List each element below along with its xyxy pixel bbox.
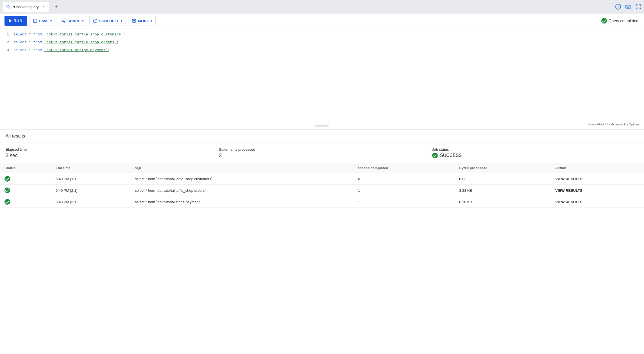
new-tab-button[interactable]: + — [52, 2, 61, 11]
save-chevron: ▾ — [50, 19, 52, 22]
view-results-link-1[interactable]: VIEW RESULTS — [555, 188, 582, 193]
statements-stat: Statements processed 3 — [212, 147, 425, 159]
col-status: Status — [0, 163, 51, 173]
col-end-time: End time — [51, 163, 130, 173]
job-label: Job status — [432, 147, 632, 152]
cell-end-time-2: 6:49 PM [3:1] — [51, 196, 130, 208]
stats-row: Elapsed time 2 sec Statements processed … — [0, 143, 644, 163]
job-success-icon — [432, 153, 438, 158]
fullscreen-icon[interactable] — [635, 3, 642, 10]
cell-stages-1: 1 — [353, 185, 455, 196]
cell-end-time-1: 6:49 PM [2:1] — [51, 185, 130, 196]
table-header: Status End time SQL Stages completed Byt… — [0, 163, 644, 173]
cell-status-2 — [0, 196, 51, 208]
toolbar-right: Query completed. — [601, 18, 640, 24]
tab-bar-actions — [615, 3, 642, 10]
schedule-button[interactable]: SCHEDULE ▾ — [89, 16, 126, 26]
schedule-icon — [93, 19, 97, 23]
results-section: All results Elapsed time 2 sec Statement… — [0, 130, 644, 208]
keyword-select-3: select — [13, 48, 27, 52]
code-line-1: 1 select * from `dbt-tutorial.jaffle_sho… — [0, 31, 644, 39]
results-header: All results — [0, 130, 644, 143]
query-complete-text: Query completed. — [609, 19, 640, 23]
tab-close-button[interactable]: × — [41, 4, 46, 9]
info-icon[interactable] — [615, 3, 622, 10]
cell-status-0 — [0, 173, 51, 185]
editor-scroll-handle[interactable] — [315, 125, 329, 127]
view-results-link-2[interactable]: VIEW RESULTS — [555, 200, 582, 204]
cell-bytes-0: 0 B — [455, 173, 551, 185]
table-name-2: `dbt-tutorial.jaffle_shop.orders` — [44, 40, 116, 44]
run-label: RUN — [13, 19, 22, 23]
play-icon — [9, 19, 12, 22]
keyword-select-1: select — [13, 32, 27, 37]
cell-stages-2: 1 — [353, 196, 455, 208]
svg-rect-5 — [626, 5, 631, 8]
operator-1: * — [27, 32, 33, 37]
more-label: MORE — [138, 19, 149, 23]
col-action: Action — [551, 163, 644, 173]
operator-3: * — [27, 48, 33, 52]
cell-sql-1: select * from `dbt-tutorial.jaffle_shop.… — [130, 185, 353, 196]
share-chevron: ▾ — [82, 19, 83, 22]
punc-1: ; — [123, 32, 125, 37]
save-button[interactable]: SAVE ▾ — [29, 16, 55, 26]
cell-action-1[interactable]: VIEW RESULTS — [551, 185, 644, 196]
tab-bar: *Unsaved query × + — [0, 0, 644, 13]
job-status-text: SUCCESS — [440, 153, 462, 158]
table-name-1: `dbt-tutorial.jaffle_shop.customers` — [44, 32, 123, 37]
schedule-label: SCHEDULE — [99, 19, 119, 23]
more-button[interactable]: MORE ▾ — [128, 16, 156, 26]
query-complete-check-icon — [601, 18, 607, 24]
svg-point-13 — [64, 22, 65, 23]
cell-sql-2: select * from `dbt-tutorial.stripe.payme… — [130, 196, 353, 208]
run-button[interactable]: RUN — [4, 16, 27, 26]
from-keyword-2: from — [33, 40, 42, 44]
punc-3: ; — [108, 48, 110, 52]
code-content-2: select * from `dbt-tutorial.jaffle_shop.… — [13, 39, 644, 46]
elapsed-value: 2 sec — [6, 153, 205, 159]
svg-line-14 — [63, 21, 64, 22]
toolbar: RUN SAVE ▾ SHARE ▾ SCHEDULE ▾ — [0, 13, 644, 28]
code-content-3: select * from `dbt-tutorial.stripe.payme… — [13, 47, 644, 54]
keyboard-icon[interactable] — [625, 3, 632, 10]
from-keyword-1: from — [33, 32, 42, 37]
code-line-3: 3 select * from `dbt-tutorial.stripe.pay… — [0, 46, 644, 54]
cell-end-time-0: 6:49 PM [1:1] — [51, 173, 130, 185]
row-success-icon-2 — [4, 199, 10, 205]
cell-bytes-2: 6.28 KB — [455, 196, 551, 208]
job-status-stat: Job status SUCCESS — [425, 147, 638, 159]
view-results-link-0[interactable]: VIEW RESULTS — [555, 177, 582, 181]
tab-title: *Unsaved query — [13, 5, 39, 9]
share-icon — [61, 19, 66, 23]
cell-action-0[interactable]: VIEW RESULTS — [551, 173, 644, 185]
code-line-2: 2 select * from `dbt-tutorial.jaffle_sho… — [0, 39, 644, 46]
svg-point-12 — [62, 20, 63, 21]
svg-point-11 — [64, 19, 65, 20]
save-icon — [33, 19, 37, 23]
svg-line-15 — [63, 20, 64, 21]
svg-point-17 — [133, 20, 135, 21]
cell-action-2[interactable]: VIEW RESULTS — [551, 196, 644, 208]
query-status: Query completed. — [601, 18, 640, 24]
statements-label: Statements processed — [219, 147, 418, 152]
keyword-select-2: select — [13, 40, 27, 44]
svg-line-1 — [9, 8, 10, 9]
gear-icon — [132, 19, 136, 23]
share-button[interactable]: SHARE ▾ — [58, 16, 87, 26]
col-sql: SQL — [130, 163, 353, 173]
svg-point-4 — [618, 5, 618, 6]
accessibility-hint: Press Alt+F1 for Accessibility Options — [588, 123, 640, 126]
query-icon — [6, 4, 10, 9]
from-keyword-3: from — [33, 48, 42, 52]
active-tab[interactable]: *Unsaved query × — [2, 2, 50, 12]
code-editor[interactable]: 1 select * from `dbt-tutorial.jaffle_sho… — [0, 28, 644, 130]
table-row: 6:49 PM [3:1] select * from `dbt-tutoria… — [0, 196, 644, 208]
row-success-icon-1 — [4, 188, 10, 193]
save-label: SAVE — [39, 19, 49, 23]
operator-2: * — [27, 40, 33, 44]
cell-stages-0: 0 — [353, 173, 455, 185]
line-number-3: 3 — [0, 47, 13, 54]
col-stages: Stages completed — [353, 163, 455, 173]
line-number-1: 1 — [0, 31, 13, 38]
